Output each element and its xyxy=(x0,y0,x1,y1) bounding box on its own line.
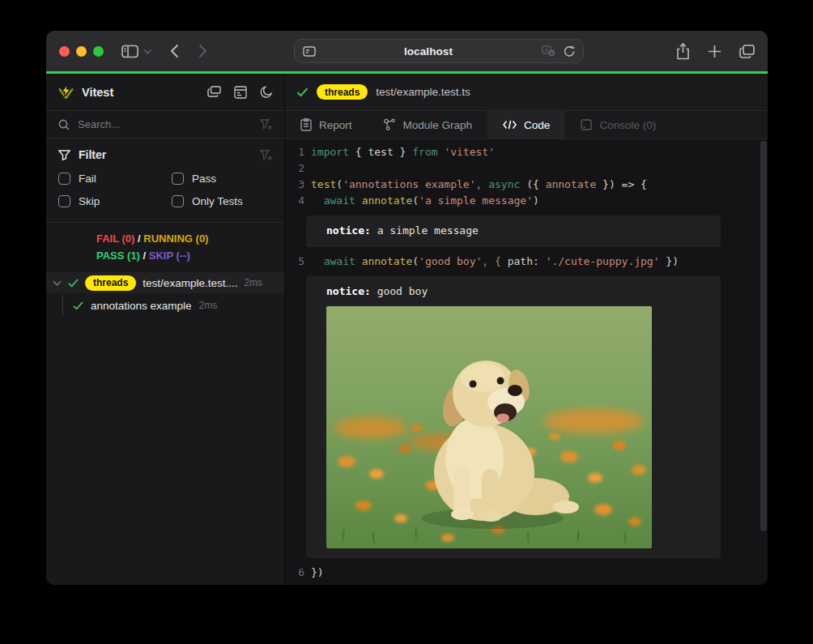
url-text: localhost xyxy=(316,45,542,58)
report-icon xyxy=(300,118,312,131)
code-icon xyxy=(503,120,517,130)
cute-puppy-image xyxy=(326,306,652,548)
line-number: 3 xyxy=(285,177,304,193)
checkbox-icon[interactable] xyxy=(58,195,70,207)
annotation-attachment-image xyxy=(326,306,652,548)
reload-icon[interactable] xyxy=(564,45,575,58)
address-bar[interactable]: localhost A ★ xyxy=(294,39,584,63)
checkbox-icon[interactable] xyxy=(172,195,184,207)
pool-badge: threads xyxy=(85,275,136,291)
checkbox-icon[interactable] xyxy=(172,173,184,185)
code-text: await annotate('a simple message') xyxy=(304,193,539,209)
minimize-window-button[interactable] xyxy=(76,46,87,57)
module-graph-icon xyxy=(383,118,396,131)
tab-overview-icon[interactable] xyxy=(739,45,755,58)
filter-section: Filter Fail xyxy=(46,139,284,211)
code-line: 2 xyxy=(285,160,768,177)
code-body: 1import { test } from 'vitest'23test('an… xyxy=(285,144,768,585)
clear-filters-icon[interactable] xyxy=(260,150,272,160)
app-title: Vitest xyxy=(82,86,113,99)
desktop: localhost A ★ xyxy=(0,0,813,644)
open-file-path: test/example.test.ts xyxy=(376,86,470,98)
annotation-notice: notice: good boy xyxy=(306,276,721,558)
notice-message: a simple message xyxy=(377,224,479,237)
svg-text:A: A xyxy=(544,47,548,53)
line-number: 6 xyxy=(285,565,304,581)
tab-module-graph[interactable]: Module Graph xyxy=(368,111,488,139)
annotation-notice: notice: a simple message xyxy=(306,215,721,247)
search-bar[interactable] xyxy=(46,111,284,139)
line-number: 2 xyxy=(285,160,304,177)
browser-toolbar: localhost A ★ xyxy=(46,31,768,71)
clear-search-filter-icon[interactable] xyxy=(260,119,272,130)
line-number: 7 xyxy=(285,581,304,585)
pass-count: PASS (1) xyxy=(96,249,140,262)
test-file-row[interactable]: threads test/example.test.... 2ms xyxy=(46,272,284,293)
pass-check-icon xyxy=(296,87,309,97)
code-text: await annotate('good boy', { path: './cu… xyxy=(304,254,679,270)
code-line: 4 await annotate('a simple message') xyxy=(285,193,768,209)
svg-text:★: ★ xyxy=(549,51,553,56)
translate-icon[interactable]: A ★ xyxy=(542,45,555,57)
forward-button[interactable] xyxy=(198,44,207,58)
line-number: 5 xyxy=(285,254,304,270)
checkbox-icon[interactable] xyxy=(58,173,70,185)
notice-label: notice: xyxy=(326,224,377,237)
test-case-name: annotations example xyxy=(91,300,192,312)
code-line: 5 await annotate('good boy', { path: './… xyxy=(285,254,768,270)
code-editor[interactable]: 1import { test } from 'vitest'23test('an… xyxy=(285,139,768,585)
tab-console: Console (0) xyxy=(565,111,671,139)
back-button[interactable] xyxy=(170,44,179,58)
tab-code[interactable]: Code xyxy=(487,111,565,139)
vitest-logo-icon xyxy=(57,84,74,100)
code-text: test('annotations example', async ({ ann… xyxy=(304,177,647,193)
line-number: 4 xyxy=(285,193,304,209)
filter-checkbox-fail[interactable]: Fail xyxy=(58,173,172,185)
fail-count: FAIL (0) xyxy=(96,232,134,245)
filter-checkbox-only-tests[interactable]: Only Tests xyxy=(172,195,272,207)
filter-heading: Filter xyxy=(79,148,106,161)
sidebar-header: Vitest xyxy=(46,74,284,111)
traffic-lights xyxy=(59,46,104,57)
code-text xyxy=(304,581,311,585)
running-count: RUNNING (0) xyxy=(143,232,208,245)
notice-message: good boy xyxy=(377,285,428,297)
sidebar-toggle-icon[interactable] xyxy=(121,45,138,58)
page-settings-icon[interactable] xyxy=(303,46,316,57)
dark-mode-moon-icon[interactable] xyxy=(260,86,273,99)
code-text xyxy=(304,160,311,177)
notice-label: notice: xyxy=(326,285,377,297)
search-input[interactable] xyxy=(78,118,260,130)
pass-check-icon xyxy=(68,279,79,288)
zoom-window-button[interactable] xyxy=(93,46,104,57)
test-case-row[interactable]: annotations example 2ms xyxy=(46,293,284,318)
new-tab-icon[interactable] xyxy=(708,45,721,58)
skip-count: SKIP (--) xyxy=(149,249,190,262)
vertical-scrollbar[interactable] xyxy=(760,141,767,531)
filter-icon xyxy=(58,150,70,160)
file-header: threads test/example.test.ts xyxy=(285,74,768,111)
sidebar-chevron-down-icon[interactable] xyxy=(143,49,152,54)
search-icon xyxy=(58,119,70,130)
filter-checkbox-skip[interactable]: Skip xyxy=(58,195,172,207)
notice-text: notice: good boy xyxy=(326,285,700,298)
console-icon xyxy=(581,119,592,130)
tab-report[interactable]: Report xyxy=(285,111,368,139)
test-file-duration: 2ms xyxy=(244,277,262,288)
code-line: 7 xyxy=(285,581,768,585)
test-status-summary: FAIL (0) / RUNNING (0) PASS (1) / SKIP (… xyxy=(46,222,284,272)
report-panel-icon[interactable] xyxy=(234,86,247,99)
close-window-button[interactable] xyxy=(59,46,70,57)
sidebar: Vitest xyxy=(46,74,285,585)
notice-text: notice: a simple message xyxy=(326,224,700,237)
code-line: 3test('annotations example', async ({ an… xyxy=(285,177,768,193)
test-file-name: test/example.test.... xyxy=(143,277,237,289)
code-line: 6}) xyxy=(285,565,768,581)
filter-checkbox-pass[interactable]: Pass xyxy=(172,173,272,185)
dashboard-icon[interactable] xyxy=(207,86,221,99)
chevron-down-icon[interactable] xyxy=(53,280,62,286)
test-case-duration: 2ms xyxy=(199,300,218,311)
pool-badge: threads xyxy=(317,84,368,100)
pass-check-icon xyxy=(73,301,83,310)
share-icon[interactable] xyxy=(676,43,690,60)
